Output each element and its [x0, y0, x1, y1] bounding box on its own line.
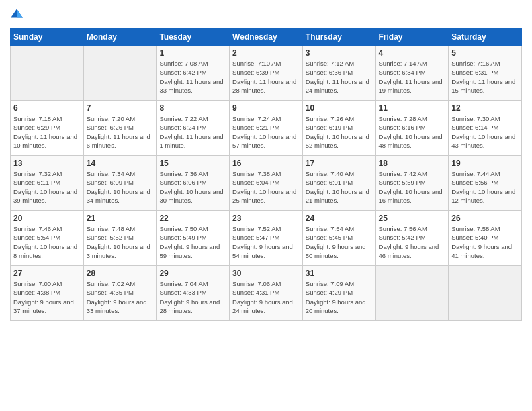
day-detail: Sunrise: 7:56 AMSunset: 5:42 PMDaylight:… — [379, 224, 446, 260]
day-detail: Sunrise: 7:04 AMSunset: 4:33 PMDaylight:… — [159, 279, 226, 315]
day-detail: Sunrise: 7:20 AMSunset: 6:26 PMDaylight:… — [87, 114, 154, 150]
day-number: 18 — [379, 158, 446, 168]
calendar-cell — [83, 46, 157, 101]
calendar-cell: 9 Sunrise: 7:24 AMSunset: 6:21 PMDayligh… — [230, 101, 303, 156]
calendar-week-row: 27 Sunrise: 7:00 AMSunset: 4:38 PMDaylig… — [11, 266, 522, 321]
page: SundayMondayTuesdayWednesdayThursdayFrid… — [0, 0, 532, 411]
day-number: 29 — [159, 269, 226, 278]
day-detail: Sunrise: 7:40 AMSunset: 6:01 PMDaylight:… — [306, 169, 373, 205]
day-number: 5 — [451, 48, 519, 58]
calendar-cell: 6 Sunrise: 7:18 AMSunset: 6:29 PMDayligh… — [11, 101, 84, 156]
calendar-cell: 8 Sunrise: 7:22 AMSunset: 6:24 PMDayligh… — [157, 101, 230, 156]
logo-icon — [10, 7, 24, 20]
calendar-cell: 27 Sunrise: 7:00 AMSunset: 4:38 PMDaylig… — [11, 266, 84, 321]
calendar-cell: 3 Sunrise: 7:12 AMSunset: 6:36 PMDayligh… — [302, 46, 375, 101]
calendar-week-row: 13 Sunrise: 7:32 AMSunset: 6:11 PMDaylig… — [11, 156, 522, 211]
day-detail: Sunrise: 7:09 AMSunset: 4:29 PMDaylight:… — [306, 279, 373, 315]
day-number: 14 — [87, 158, 154, 168]
day-number: 15 — [159, 158, 226, 168]
day-detail: Sunrise: 7:50 AMSunset: 5:49 PMDaylight:… — [159, 224, 226, 260]
calendar-cell: 18 Sunrise: 7:42 AMSunset: 5:59 PMDaylig… — [375, 156, 449, 211]
calendar-cell — [375, 266, 449, 321]
day-number: 1 — [159, 48, 226, 58]
calendar-cell: 13 Sunrise: 7:32 AMSunset: 6:11 PMDaylig… — [11, 156, 84, 211]
calendar-header: SundayMondayTuesdayWednesdayThursdayFrid… — [11, 29, 522, 46]
calendar-cell: 12 Sunrise: 7:30 AMSunset: 6:14 PMDaylig… — [449, 101, 522, 156]
day-detail: Sunrise: 7:58 AMSunset: 5:40 PMDaylight:… — [451, 224, 519, 260]
day-number: 10 — [306, 103, 373, 113]
weekday-header: Thursday — [302, 29, 375, 46]
weekday-header: Sunday — [11, 29, 84, 46]
day-detail: Sunrise: 7:24 AMSunset: 6:21 PMDaylight:… — [232, 114, 300, 150]
day-number: 9 — [232, 103, 300, 113]
day-number: 4 — [379, 48, 446, 58]
day-detail: Sunrise: 7:52 AMSunset: 5:47 PMDaylight:… — [232, 224, 300, 260]
day-number: 22 — [159, 214, 226, 223]
day-detail: Sunrise: 7:36 AMSunset: 6:06 PMDaylight:… — [159, 169, 226, 205]
day-detail: Sunrise: 7:32 AMSunset: 6:11 PMDaylight:… — [13, 169, 81, 205]
calendar-cell: 21 Sunrise: 7:48 AMSunset: 5:52 PMDaylig… — [83, 211, 157, 266]
day-detail: Sunrise: 7:00 AMSunset: 4:38 PMDaylight:… — [13, 279, 81, 315]
day-detail: Sunrise: 7:46 AMSunset: 5:54 PMDaylight:… — [13, 224, 81, 260]
calendar-week-row: 6 Sunrise: 7:18 AMSunset: 6:29 PMDayligh… — [11, 101, 522, 156]
day-number: 24 — [306, 214, 373, 223]
calendar-cell: 31 Sunrise: 7:09 AMSunset: 4:29 PMDaylig… — [302, 266, 375, 321]
day-number: 8 — [159, 103, 226, 113]
weekday-header: Saturday — [449, 29, 522, 46]
day-number: 7 — [87, 103, 154, 113]
weekday-header: Friday — [375, 29, 449, 46]
day-number: 26 — [451, 214, 519, 223]
day-number: 13 — [13, 158, 81, 168]
calendar-cell: 7 Sunrise: 7:20 AMSunset: 6:26 PMDayligh… — [83, 101, 157, 156]
day-detail: Sunrise: 7:06 AMSunset: 4:31 PMDaylight:… — [232, 279, 300, 315]
day-detail: Sunrise: 7:44 AMSunset: 5:56 PMDaylight:… — [451, 169, 519, 205]
day-number: 28 — [87, 269, 154, 278]
calendar-cell: 24 Sunrise: 7:54 AMSunset: 5:45 PMDaylig… — [302, 211, 375, 266]
day-number: 30 — [232, 269, 300, 278]
day-number: 27 — [13, 269, 81, 278]
weekday-header: Monday — [83, 29, 157, 46]
day-number: 19 — [451, 158, 519, 168]
calendar-cell: 23 Sunrise: 7:52 AMSunset: 5:47 PMDaylig… — [230, 211, 303, 266]
day-detail: Sunrise: 7:16 AMSunset: 6:31 PMDaylight:… — [451, 59, 519, 95]
day-detail: Sunrise: 7:48 AMSunset: 5:52 PMDaylight:… — [87, 224, 154, 260]
day-detail: Sunrise: 7:14 AMSunset: 6:34 PMDaylight:… — [379, 59, 446, 95]
day-detail: Sunrise: 7:18 AMSunset: 6:29 PMDaylight:… — [13, 114, 81, 150]
weekday-header: Wednesday — [230, 29, 303, 46]
day-detail: Sunrise: 7:54 AMSunset: 5:45 PMDaylight:… — [306, 224, 373, 260]
day-detail: Sunrise: 7:42 AMSunset: 5:59 PMDaylight:… — [379, 169, 446, 205]
calendar-table: SundayMondayTuesdayWednesdayThursdayFrid… — [10, 28, 522, 321]
day-number: 31 — [306, 269, 373, 278]
day-number: 23 — [232, 214, 300, 223]
calendar-cell: 1 Sunrise: 7:08 AMSunset: 6:42 PMDayligh… — [157, 46, 230, 101]
day-detail: Sunrise: 7:26 AMSunset: 6:19 PMDaylight:… — [306, 114, 373, 150]
calendar-cell: 22 Sunrise: 7:50 AMSunset: 5:49 PMDaylig… — [157, 211, 230, 266]
day-detail: Sunrise: 7:30 AMSunset: 6:14 PMDaylight:… — [451, 114, 519, 150]
day-number: 20 — [13, 214, 81, 223]
calendar-cell: 26 Sunrise: 7:58 AMSunset: 5:40 PMDaylig… — [449, 211, 522, 266]
calendar-week-row: 20 Sunrise: 7:46 AMSunset: 5:54 PMDaylig… — [11, 211, 522, 266]
calendar-cell: 2 Sunrise: 7:10 AMSunset: 6:39 PMDayligh… — [230, 46, 303, 101]
day-number: 3 — [306, 48, 373, 58]
day-detail: Sunrise: 7:38 AMSunset: 6:04 PMDaylight:… — [232, 169, 300, 205]
calendar-cell: 14 Sunrise: 7:34 AMSunset: 6:09 PMDaylig… — [83, 156, 157, 211]
calendar-cell: 10 Sunrise: 7:26 AMSunset: 6:19 PMDaylig… — [302, 101, 375, 156]
day-number: 17 — [306, 158, 373, 168]
header-row: SundayMondayTuesdayWednesdayThursdayFrid… — [11, 29, 522, 46]
calendar-cell: 16 Sunrise: 7:38 AMSunset: 6:04 PMDaylig… — [230, 156, 303, 211]
calendar-cell: 11 Sunrise: 7:28 AMSunset: 6:16 PMDaylig… — [375, 101, 449, 156]
weekday-header: Tuesday — [157, 29, 230, 46]
day-number: 11 — [379, 103, 446, 113]
calendar-cell: 30 Sunrise: 7:06 AMSunset: 4:31 PMDaylig… — [230, 266, 303, 321]
day-detail: Sunrise: 7:08 AMSunset: 6:42 PMDaylight:… — [159, 59, 226, 95]
day-number: 21 — [87, 214, 154, 223]
calendar-cell: 17 Sunrise: 7:40 AMSunset: 6:01 PMDaylig… — [302, 156, 375, 211]
header — [10, 7, 522, 23]
calendar-cell: 4 Sunrise: 7:14 AMSunset: 6:34 PMDayligh… — [375, 46, 449, 101]
calendar-cell — [11, 46, 84, 101]
day-detail: Sunrise: 7:12 AMSunset: 6:36 PMDaylight:… — [306, 59, 373, 95]
svg-marker-1 — [17, 9, 23, 18]
day-detail: Sunrise: 7:34 AMSunset: 6:09 PMDaylight:… — [87, 169, 154, 205]
day-detail: Sunrise: 7:22 AMSunset: 6:24 PMDaylight:… — [159, 114, 226, 150]
calendar-cell: 28 Sunrise: 7:02 AMSunset: 4:35 PMDaylig… — [83, 266, 157, 321]
